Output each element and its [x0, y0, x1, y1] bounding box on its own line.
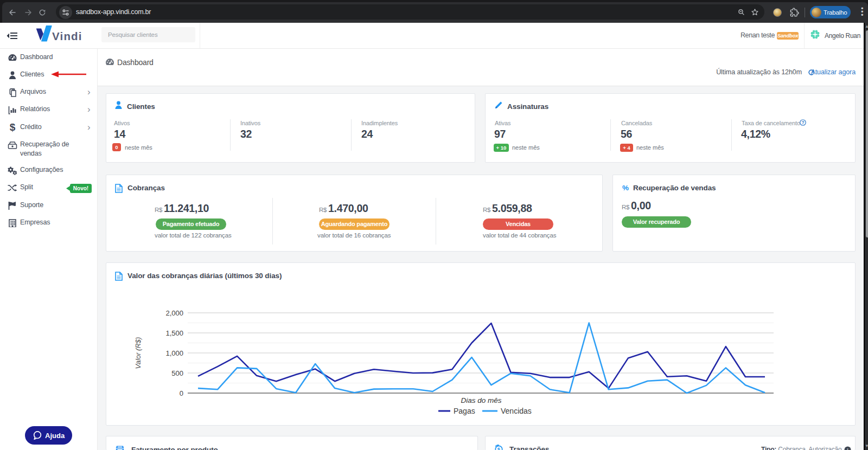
svg-text:Vencidas: Vencidas: [501, 407, 532, 415]
svg-text:0: 0: [180, 389, 183, 397]
svg-text:500: 500: [171, 369, 183, 377]
svg-text:Dias do mês: Dias do mês: [461, 396, 501, 404]
svg-text:2,000: 2,000: [165, 309, 183, 317]
svg-text:?: ?: [801, 120, 804, 125]
svg-text:Pagas: Pagas: [454, 407, 475, 415]
svg-text:Valor (R$): Valor (R$): [134, 337, 142, 369]
svg-text:1,500: 1,500: [165, 329, 183, 337]
svg-text:$: $: [497, 446, 501, 450]
svg-text:1,000: 1,000: [165, 349, 183, 357]
